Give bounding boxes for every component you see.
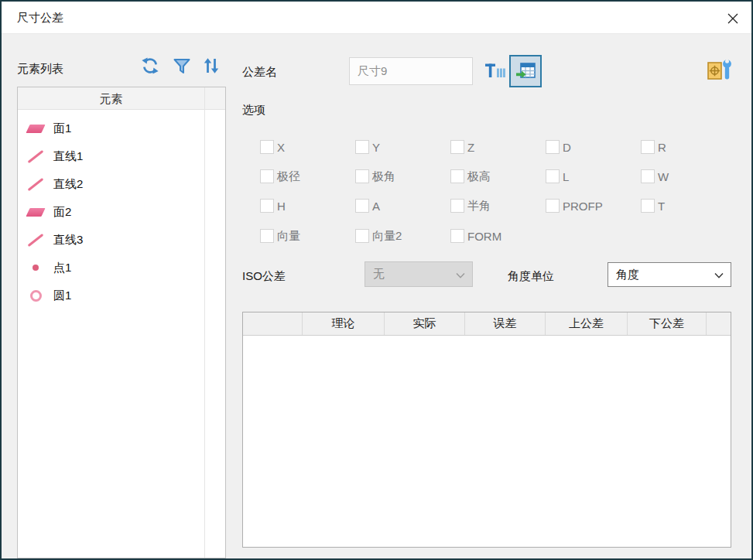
checkbox-label: Z: [467, 141, 474, 154]
tolerance-name-label: 公差名: [242, 65, 277, 80]
option-Z: Z: [450, 138, 546, 156]
results-col-header: 下公差: [628, 312, 707, 335]
iso-tolerance-select: 无: [365, 261, 473, 287]
checkbox-Y[interactable]: [355, 140, 369, 154]
sort-icon[interactable]: [200, 56, 221, 79]
element-list-item[interactable]: 面2: [18, 198, 204, 226]
chevron-down-icon: [714, 268, 724, 282]
checkbox-label: W: [658, 170, 669, 183]
checkbox-label: Y: [372, 141, 380, 154]
results-col-header: 理论: [303, 312, 385, 335]
results-table-header: 理论实际误差上公差下公差: [243, 312, 731, 336]
checkbox-label: 向量2: [372, 229, 402, 244]
element-item-label: 直线2: [53, 177, 83, 192]
option-PROFP: PROFP: [546, 196, 641, 215]
iso-tolerance-label: ISO公差: [242, 269, 286, 284]
checkbox-R[interactable]: [641, 140, 655, 154]
options-row: 向量向量2FORM: [260, 227, 740, 245]
iso-tolerance-value: 无: [373, 267, 385, 282]
checkbox-半角[interactable]: [450, 199, 464, 213]
checkbox-L[interactable]: [546, 169, 560, 183]
checkbox-PROFP[interactable]: [546, 199, 560, 213]
element-list-item[interactable]: 圆1: [18, 282, 204, 309]
element-list-item[interactable]: 直线3: [18, 226, 204, 254]
plane-icon: [26, 208, 45, 217]
titlebar: 尺寸公差: [2, 2, 751, 34]
plane-icon: [26, 125, 45, 133]
element-list-item[interactable]: 面1: [18, 114, 204, 142]
checkbox-label: T: [658, 200, 665, 213]
option-半角: 半角: [450, 196, 546, 215]
options-label: 选项: [242, 103, 265, 118]
text-label-icon[interactable]: [485, 62, 505, 84]
checkbox-label: 极角: [372, 169, 395, 184]
window-border: [0, 0, 2, 560]
checkbox-label: L: [563, 170, 569, 183]
option-极高: 极高: [450, 167, 546, 186]
option-L: L: [546, 167, 641, 186]
results-table: 理论实际误差上公差下公差: [242, 312, 731, 548]
checkbox-label: H: [277, 200, 286, 213]
option-向量2: 向量2: [355, 227, 450, 245]
element-item-label: 直线3: [53, 233, 83, 248]
option-A: A: [355, 196, 450, 215]
line-icon: [28, 149, 44, 162]
checkbox-label: A: [372, 200, 380, 213]
checkbox-极角[interactable]: [355, 169, 369, 183]
checkbox-W[interactable]: [641, 169, 655, 183]
refresh-icon[interactable]: [141, 56, 159, 78]
close-icon[interactable]: [724, 9, 742, 28]
option-向量: 向量: [260, 227, 355, 245]
checkbox-X[interactable]: [260, 140, 274, 154]
options-row: HA半角PROFPT: [260, 196, 740, 215]
element-list: 元素 面1直线1直线2面2直线3点1圆1: [17, 87, 226, 558]
option-H: H: [260, 196, 355, 215]
results-col-header-empty: [243, 312, 303, 335]
checkbox-向量2[interactable]: [355, 229, 369, 243]
checkbox-label: PROFP: [563, 200, 603, 213]
element-item-label: 面1: [53, 121, 71, 136]
option-极角: 极角: [355, 167, 450, 186]
checkbox-Z[interactable]: [450, 140, 464, 154]
results-col-header: 实际: [385, 312, 465, 335]
checkbox-FORM[interactable]: [450, 229, 464, 243]
dimension-tolerance-dialog: 尺寸公差 元素列表 元素 面1直线1直线2面2直线3点1圆1: [0, 0, 753, 560]
element-item-label: 点1: [53, 261, 71, 275]
options-row: 极径极角极高LW: [260, 167, 740, 186]
line-icon: [28, 177, 44, 190]
checkbox-向量[interactable]: [260, 229, 274, 243]
checkbox-label: 极高: [467, 169, 491, 184]
results-col-header: 上公差: [546, 312, 628, 335]
element-item-label: 面2: [53, 205, 71, 220]
checkbox-T[interactable]: [641, 199, 655, 213]
element-list-item[interactable]: 直线2: [18, 170, 204, 198]
option-W: W: [641, 167, 736, 186]
tolerance-tools-icon[interactable]: [703, 56, 734, 88]
element-list-item[interactable]: 点1: [18, 254, 204, 282]
checkbox-A[interactable]: [355, 199, 369, 213]
checkbox-label: X: [277, 141, 285, 154]
checkbox-极高[interactable]: [450, 169, 464, 183]
option-D: D: [546, 138, 641, 156]
angle-unit-label: 角度单位: [508, 269, 554, 284]
tolerance-name-input[interactable]: [349, 57, 473, 85]
element-column-header: 元素: [18, 87, 204, 110]
filter-icon[interactable]: [173, 58, 190, 78]
checkbox-label: FORM: [467, 230, 501, 243]
option-Y: Y: [355, 138, 450, 156]
element-list-header: 元素: [18, 87, 225, 110]
element-list-title: 元素列表: [17, 62, 63, 77]
angle-unit-select[interactable]: 角度: [608, 262, 731, 287]
insert-table-button[interactable]: [509, 55, 542, 87]
line-icon: [28, 233, 44, 246]
results-col-header: 误差: [465, 312, 546, 335]
element-list-item[interactable]: 直线1: [18, 142, 204, 170]
checkbox-D[interactable]: [546, 140, 560, 154]
checkbox-极径[interactable]: [260, 169, 274, 183]
element-list-items: 面1直线1直线2面2直线3点1圆1: [18, 114, 204, 309]
checkbox-label: 极径: [277, 169, 300, 184]
checkbox-H[interactable]: [260, 199, 274, 213]
checkbox-label: 半角: [467, 199, 491, 213]
chevron-down-icon: [456, 268, 465, 281]
option-T: T: [641, 196, 736, 215]
